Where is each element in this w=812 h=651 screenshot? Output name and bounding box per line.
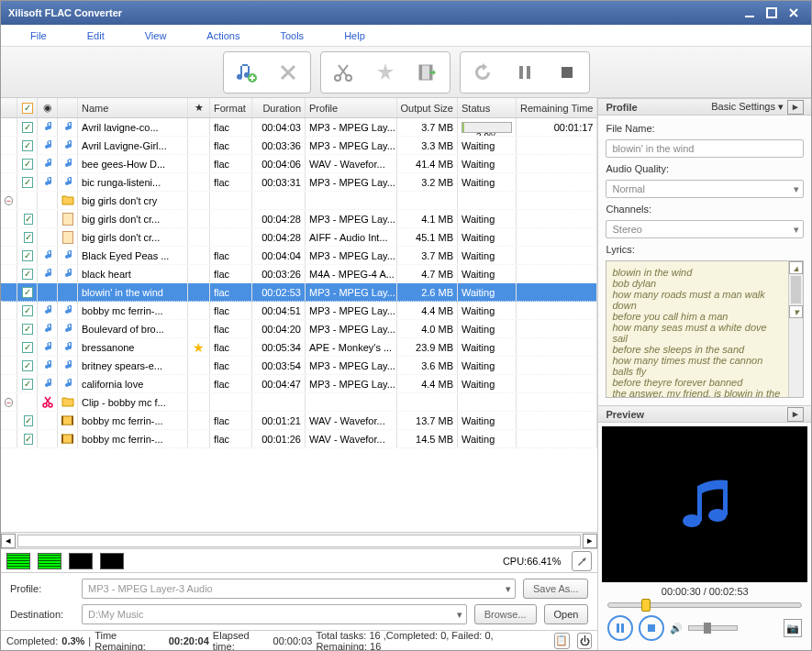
header-name[interactable]: Name [78, 98, 188, 117]
row-checkbox[interactable] [22, 379, 33, 390]
destination-combo[interactable]: D:\My Music▾ [82, 604, 467, 624]
convert-button[interactable] [464, 56, 501, 89]
table-row[interactable]: bobby mc ferrin-...flac00:01:26WAV - Wav… [1, 430, 597, 448]
music-note-icon [61, 359, 74, 373]
scroll-right-icon[interactable]: ▸ [583, 534, 597, 548]
table-row[interactable]: −big girls don't cry [1, 192, 597, 210]
table-row[interactable]: −Clip - bobby mc f... [1, 393, 597, 412]
table-row[interactable]: black heartflac00:03:26M4A - MPEG-4 A...… [1, 265, 597, 283]
row-checkbox[interactable] [24, 434, 33, 445]
table-row[interactable]: bee gees-How D...flac00:04:06WAV - Wavef… [1, 155, 597, 173]
effects-button[interactable] [367, 56, 404, 89]
file-list[interactable]: Avril lavigne-co...flac00:04:03MP3 - MPE… [1, 118, 597, 532]
profile-combo[interactable]: MP3 - MPEG Layer-3 Audio▾ [82, 579, 516, 599]
profile-expand-button[interactable]: ▸ [787, 100, 804, 115]
header-check[interactable] [17, 98, 38, 117]
header-output-size[interactable]: Output Size [397, 98, 458, 117]
table-row[interactable]: Avril Lavigne-Girl...flac00:03:36MP3 - M… [1, 137, 597, 155]
seek-slider[interactable] [607, 602, 802, 608]
channels-label: Channels: [606, 204, 804, 215]
basic-settings-link[interactable]: Basic Settings ▾ [711, 101, 784, 113]
row-checkbox[interactable] [22, 269, 33, 280]
row-checkbox[interactable] [22, 140, 33, 151]
play-pause-button[interactable] [607, 615, 633, 641]
table-row[interactable]: california loveflac00:04:47MP3 - MPEG La… [1, 375, 597, 393]
delete-button[interactable] [270, 56, 306, 89]
pause-button[interactable] [506, 56, 543, 89]
table-row[interactable]: bobby mc ferrin-...flac00:01:21WAV - Wav… [1, 412, 597, 430]
merge-button[interactable] [409, 56, 446, 89]
row-status: Waiting [458, 338, 517, 356]
row-checkbox[interactable] [22, 342, 33, 353]
row-checkbox[interactable] [22, 250, 33, 261]
header-profile[interactable]: Profile [306, 98, 397, 117]
table-row[interactable]: Black Eyed Peas ...flac00:04:04MP3 - MPE… [1, 247, 597, 265]
toolbar [1, 47, 811, 98]
menu-help[interactable]: Help [324, 30, 385, 41]
lyrics-scrollbar[interactable]: ▴▾ [788, 261, 803, 397]
lyrics-textarea[interactable]: blowin in the wind bob dylan how many ro… [606, 260, 804, 398]
filename-label: File Name: [606, 123, 804, 134]
table-row[interactable]: Boulevard of bro...flac00:04:20MP3 - MPE… [1, 320, 597, 338]
music-note-icon [41, 267, 54, 281]
horizontal-scrollbar[interactable]: ◂ ▸ [1, 532, 597, 548]
collapse-icon[interactable]: − [5, 196, 13, 205]
table-row[interactable]: bressanone★flac00:05:34APE - Monkey's ..… [1, 338, 597, 357]
header-status[interactable]: Status [458, 98, 517, 117]
cpu-core-graph [100, 553, 124, 569]
volume-slider[interactable] [688, 625, 738, 631]
clip-button[interactable] [325, 56, 362, 89]
row-checkbox[interactable] [22, 305, 33, 316]
stop-button[interactable] [549, 56, 585, 89]
row-checkbox[interactable] [24, 415, 33, 426]
post-task-button[interactable]: ⏻ [577, 633, 593, 649]
menu-tools[interactable]: Tools [260, 30, 324, 41]
cpu-settings-button[interactable] [572, 551, 592, 571]
table-row[interactable]: britney spears-e...flac00:03:54MP3 - MPE… [1, 357, 597, 375]
row-size: 13.7 MB [397, 412, 458, 429]
row-size: 41.4 MB [397, 155, 458, 172]
row-size [397, 393, 458, 411]
collapse-icon[interactable]: − [5, 398, 13, 407]
scroll-left-icon[interactable]: ◂ [1, 534, 16, 548]
header-remaining[interactable]: Remaining Time [517, 98, 597, 117]
table-row[interactable]: big girls don't cr...00:04:28MP3 - MPEG … [1, 210, 597, 228]
row-checkbox[interactable] [24, 214, 33, 225]
log-button[interactable]: 📋 [554, 633, 570, 649]
row-checkbox[interactable] [24, 232, 33, 243]
browse-button[interactable]: Browse... [474, 604, 537, 624]
row-checkbox[interactable] [22, 360, 33, 371]
open-button[interactable]: Open [544, 604, 589, 624]
svg-rect-0 [745, 16, 754, 17]
menu-actions[interactable]: Actions [186, 30, 260, 41]
header-format[interactable]: Format [210, 98, 252, 117]
row-checkbox[interactable] [22, 287, 33, 298]
quality-select[interactable]: Normal▾ [606, 180, 804, 198]
maximize-button[interactable] [762, 5, 782, 21]
header-star-icon[interactable]: ★ [188, 98, 210, 117]
row-checkbox[interactable] [22, 177, 33, 188]
filename-input[interactable]: blowin' in the wind [606, 139, 804, 158]
table-row[interactable]: bobby mc ferrin-...flac00:04:51MP3 - MPE… [1, 302, 597, 320]
channels-select[interactable]: Stereo▾ [606, 220, 804, 238]
menu-view[interactable]: View [125, 30, 187, 41]
snapshot-button[interactable]: 📷 [784, 619, 802, 637]
save-as-button[interactable]: Save As... [523, 579, 589, 599]
add-file-button[interactable] [228, 56, 264, 89]
row-checkbox[interactable] [22, 324, 33, 335]
menu-file[interactable]: File [10, 30, 67, 41]
table-row[interactable]: blowin' in the windflac00:02:53MP3 - MPE… [1, 283, 597, 302]
row-checkbox[interactable] [22, 159, 33, 170]
minimize-button[interactable] [740, 5, 760, 21]
header-duration[interactable]: Duration [252, 98, 306, 117]
header-record-icon[interactable]: ◉ [38, 98, 58, 117]
table-row[interactable]: Avril lavigne-co...flac00:04:03MP3 - MPE… [1, 118, 597, 137]
table-row[interactable]: bic runga-listeni...flac00:03:31MP3 - MP… [1, 173, 597, 192]
menu-edit[interactable]: Edit [67, 30, 125, 41]
preview-expand-button[interactable]: ▸ [787, 407, 804, 422]
table-row[interactable]: big girls don't cr...00:04:28AIFF - Audi… [1, 228, 597, 247]
row-checkbox[interactable] [22, 122, 33, 133]
stop-preview-button[interactable] [639, 615, 664, 641]
row-format: flac [210, 357, 252, 374]
close-button[interactable] [784, 5, 804, 21]
